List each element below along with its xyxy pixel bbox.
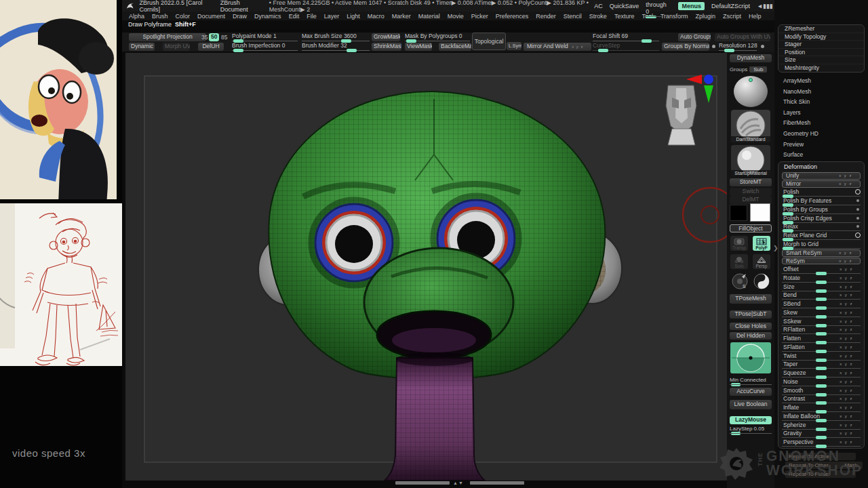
axis-toggles[interactable]: x y z bbox=[839, 259, 852, 263]
slider-handle[interactable] bbox=[646, 16, 656, 18]
accucurve-button[interactable]: AccuCurve bbox=[730, 388, 772, 396]
slider-handle[interactable] bbox=[816, 393, 827, 396]
slider-handle[interactable] bbox=[816, 436, 827, 439]
axis-toggles[interactable]: x y z bbox=[840, 336, 853, 340]
axis-toggles[interactable]: x y z bbox=[840, 431, 853, 435]
axis-toggles[interactable]: x y z bbox=[840, 293, 853, 297]
deformation-row[interactable]: Mirror x y z bbox=[782, 180, 861, 188]
local-symmetry-button[interactable]: L.Sym bbox=[507, 42, 521, 50]
deformation-row[interactable]: Offset x y z bbox=[782, 265, 861, 274]
slider-handle[interactable] bbox=[642, 39, 652, 43]
lazymouse-button[interactable]: LazyMouse bbox=[730, 416, 772, 424]
toggle-dot[interactable] bbox=[854, 215, 861, 221]
slider-handle[interactable] bbox=[816, 428, 827, 431]
slider-handle[interactable] bbox=[816, 401, 827, 405]
slider-handle[interactable] bbox=[816, 359, 827, 362]
palette-item[interactable]: ZRemesher bbox=[778, 25, 864, 33]
tpose-mesh-button[interactable]: TPoseMesh bbox=[730, 294, 772, 304]
menu-item[interactable]: Render bbox=[536, 13, 556, 20]
slider-handle[interactable] bbox=[731, 432, 741, 435]
deformation-row[interactable]: Polish By Features bbox=[782, 197, 861, 205]
menu-item[interactable]: Material bbox=[418, 13, 440, 20]
menu-item[interactable]: Stroke bbox=[589, 13, 607, 20]
slider-handle[interactable] bbox=[731, 383, 741, 386]
auto-groups-button[interactable]: Auto Groups bbox=[678, 33, 711, 41]
document-canvas[interactable] bbox=[125, 53, 727, 481]
resolution-toggle-dot[interactable] bbox=[761, 45, 764, 48]
deformation-row[interactable]: Relax Plane Grid bbox=[782, 231, 861, 240]
close-holes-button[interactable]: Close Holes bbox=[730, 323, 772, 330]
toggle-dot[interactable] bbox=[854, 198, 861, 204]
growmask-button[interactable]: GrowMask bbox=[372, 33, 400, 41]
camview-gizmo[interactable] bbox=[666, 85, 696, 145]
transparency-toggle[interactable]: Transp bbox=[730, 236, 748, 251]
shrinkmask-button[interactable]: ShrinkMask bbox=[372, 43, 401, 51]
menu-item[interactable]: Texture bbox=[614, 13, 635, 20]
deformation-row[interactable]: Squeeze x y z bbox=[782, 369, 861, 378]
value-50-selected[interactable]: 50 bbox=[209, 33, 219, 41]
curvestep-slider[interactable]: CurveStep bbox=[593, 42, 659, 51]
mask-button[interactable]: Mask bbox=[840, 462, 863, 469]
palette-item[interactable]: MeshIntegrity bbox=[778, 64, 864, 73]
axis-toggles[interactable]: x y z bbox=[840, 388, 853, 392]
axis-toggles[interactable]: x y z bbox=[840, 327, 853, 331]
deformation-row[interactable]: Unify x y z bbox=[782, 172, 861, 180]
slider-handle[interactable] bbox=[233, 39, 243, 43]
focal-shift-slider[interactable]: Focal Shift 69 bbox=[593, 33, 659, 41]
polyframe-toggle[interactable]: PolyF bbox=[753, 236, 770, 251]
perspective-toggle[interactable]: Persp bbox=[753, 254, 770, 269]
repeat-to-folder-button[interactable]: Repeat To Folder bbox=[785, 470, 856, 478]
menu-item[interactable]: Help bbox=[749, 13, 762, 20]
axis-toggles[interactable]: x y z bbox=[840, 345, 853, 349]
palette-item[interactable]: Geometry HD bbox=[774, 129, 868, 140]
axis-toggles[interactable]: x y z bbox=[840, 440, 853, 444]
menu-item[interactable]: File bbox=[307, 13, 317, 20]
groups-mode-button[interactable]: Sub bbox=[749, 66, 767, 73]
max-brush-size-slider[interactable]: Max Brush Size 3600 bbox=[302, 33, 370, 41]
menu-item[interactable]: Edit bbox=[289, 13, 300, 20]
axis-toggles[interactable]: x y z bbox=[839, 174, 852, 178]
live-boolean-button[interactable]: Live Boolean bbox=[730, 400, 772, 409]
quicksketch-icon[interactable] bbox=[753, 272, 770, 293]
menu-item[interactable]: Zscript bbox=[723, 13, 741, 20]
menu-item[interactable]: Stencil bbox=[564, 13, 582, 20]
slider-handle[interactable] bbox=[816, 298, 827, 301]
slider-handle[interactable] bbox=[816, 445, 827, 448]
tray-expand-arrows[interactable]: ▲▼ bbox=[453, 481, 464, 485]
value-85[interactable]: 85 bbox=[221, 33, 227, 41]
palette-item[interactable]: Size bbox=[778, 56, 864, 64]
axis-toggles[interactable]: x y z bbox=[839, 251, 852, 255]
repeat-to-active-button[interactable]: Repeat To Active bbox=[785, 453, 856, 460]
axis-toggles[interactable]: x y z bbox=[572, 45, 583, 49]
slider-handle[interactable] bbox=[816, 384, 827, 388]
slider-handle[interactable] bbox=[816, 324, 827, 327]
fill-object-button[interactable]: FillObject bbox=[730, 224, 772, 232]
brush-imperfection-slider[interactable]: Brush Imperfection 0 bbox=[232, 42, 298, 51]
menu-item[interactable]: Zplugin bbox=[696, 13, 716, 20]
axis-toggles[interactable]: x y z bbox=[840, 354, 853, 358]
divider-bar[interactable] bbox=[395, 481, 450, 485]
morph-uv-button[interactable]: Morph UV bbox=[163, 43, 190, 51]
dynamesh-button[interactable]: DynaMesh bbox=[730, 54, 772, 62]
palette-item[interactable]: Layers bbox=[774, 108, 868, 119]
lazystep-slider[interactable]: LazyStep 0.05 bbox=[730, 426, 772, 434]
deformation-row[interactable]: Relax bbox=[782, 223, 861, 232]
menu-item[interactable]: Picker bbox=[471, 13, 488, 20]
min-connected-slider[interactable]: Min Connected bbox=[730, 377, 772, 385]
accucurve-preview[interactable] bbox=[730, 342, 771, 373]
palette-item[interactable]: Modify Topology bbox=[778, 33, 864, 41]
palette-item[interactable]: Preview bbox=[774, 140, 868, 150]
deformation-row[interactable]: Polish Crisp Edges bbox=[782, 214, 861, 223]
dynamic-button[interactable]: Dynamic bbox=[129, 43, 155, 51]
slider-handle[interactable] bbox=[347, 49, 357, 52]
default-zscript-button[interactable]: DefaultZScript bbox=[711, 3, 750, 9]
deformation-row[interactable]: SBend x y z bbox=[782, 300, 861, 308]
auto-groups-with-uv-button[interactable]: Auto Groups With UV bbox=[715, 33, 770, 41]
spotlight-projection-button[interactable]: Spotlight Projection bbox=[129, 33, 206, 41]
ac-button[interactable]: AC bbox=[594, 3, 603, 9]
axis-toggles[interactable]: x y z bbox=[839, 182, 852, 186]
slider-handle[interactable] bbox=[724, 49, 734, 52]
menu-item[interactable]: Draw bbox=[233, 13, 247, 20]
see-through-slider[interactable]: See-through 0 bbox=[646, 0, 671, 17]
palette-item[interactable]: Thick Skin bbox=[774, 97, 868, 108]
